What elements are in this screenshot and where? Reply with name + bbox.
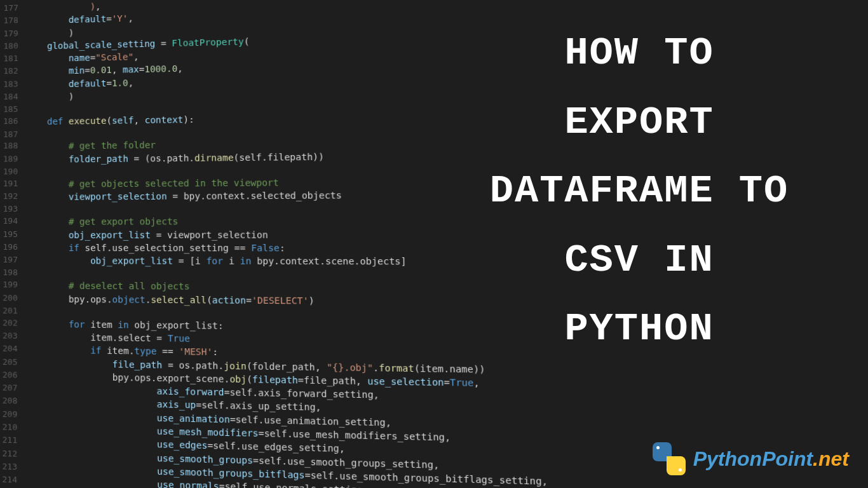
line-number: 180 (1, 40, 26, 53)
line-number: 189 (0, 153, 25, 166)
code-content: # get export objects (25, 215, 178, 228)
line-number: 208 (0, 395, 25, 409)
code-content: default=1.0, (25, 76, 133, 91)
line-number: 187 (0, 128, 25, 140)
line-number: 200 (0, 292, 25, 306)
line-number: 181 (1, 53, 26, 66)
line-number: 178 (1, 15, 26, 28)
line-number: 182 (1, 65, 26, 79)
code-content: viewport_selection = bpy.context.selecte… (25, 189, 342, 203)
code-content: obj_export_list = [i for i in bpy.contex… (25, 254, 407, 268)
line-number: 214 (0, 474, 25, 488)
code-editor-background: 177 ),178 default='Y',179 )180 global_sc… (0, 0, 471, 488)
line-number: 193 (0, 203, 25, 215)
line-number: 183 (1, 78, 26, 92)
line-number: 199 (0, 279, 25, 292)
line-number: 212 (0, 447, 25, 461)
line-number: 197 (0, 254, 25, 267)
code-content: default='Y', (26, 12, 133, 27)
title-line-3: DATAFRAME TO (436, 157, 843, 226)
logo-main: PythonPoint (693, 447, 813, 470)
line-number: 210 (0, 421, 25, 435)
line-number: 179 (1, 27, 26, 41)
line-number: 192 (0, 191, 25, 203)
line-number: 184 (1, 91, 26, 104)
line-number: 196 (0, 241, 25, 254)
code-content: # get the folder (25, 139, 156, 153)
code-content: ) (26, 26, 74, 40)
title-line-4: CSV IN (436, 226, 843, 295)
line-number: 198 (0, 267, 25, 279)
line-number: 203 (0, 330, 25, 343)
python-icon (651, 441, 687, 477)
line-number: 185 (1, 104, 26, 116)
code-line: 194 # get export objects (0, 214, 466, 229)
line-number: 194 (0, 215, 25, 228)
title-line-2: EXPORT (436, 88, 843, 158)
code-content: folder_path = (os.path.dirname(self.file… (25, 150, 324, 166)
code-content: if self.use_selection_setting == False: (25, 241, 285, 255)
code-content: ) (25, 90, 74, 104)
code-line: 196 if self.use_selection_setting == Fal… (0, 241, 467, 255)
logo-suffix: .net (813, 447, 849, 470)
code-content: def execute(self, context): (25, 113, 194, 128)
code-content: bpy.ops.object.select_all(action='DESELE… (25, 292, 315, 308)
line-number: 206 (0, 369, 25, 383)
code-line: 195 obj_export_list = viewport_selection (0, 227, 467, 241)
code-content: obj_export_list = viewport_selection (25, 228, 268, 241)
line-number: 195 (0, 228, 25, 241)
line-number: 213 (0, 461, 25, 475)
line-number: 204 (0, 343, 25, 356)
line-number: 209 (0, 409, 25, 422)
line-number: 205 (0, 356, 25, 369)
line-number: 186 (1, 116, 26, 129)
article-title: HOW TO EXPORT DATAFRAME TO CSV IN PYTHON (436, 19, 843, 364)
line-number: 202 (0, 317, 25, 330)
code-line: 193 (0, 201, 466, 215)
line-number: 191 (0, 178, 25, 191)
line-number: 190 (0, 166, 25, 178)
code-content: item.select = True (25, 330, 190, 345)
code-line: 197 obj_export_list = [i for i in bpy.co… (0, 254, 467, 268)
line-number: 188 (0, 140, 25, 154)
line-number: 201 (0, 305, 25, 317)
line-number: 211 (0, 435, 25, 449)
code-content: # deselect all objects (25, 279, 190, 293)
title-line-5: PYTHON (436, 295, 843, 364)
site-logo: PythonPoint.net (651, 441, 849, 477)
line-number: 207 (0, 382, 25, 395)
logo-text: PythonPoint.net (693, 447, 849, 471)
title-line-1: HOW TO (436, 19, 843, 88)
line-number: 177 (1, 2, 26, 15)
code-content: # get objects selected in the viewport (25, 176, 279, 191)
